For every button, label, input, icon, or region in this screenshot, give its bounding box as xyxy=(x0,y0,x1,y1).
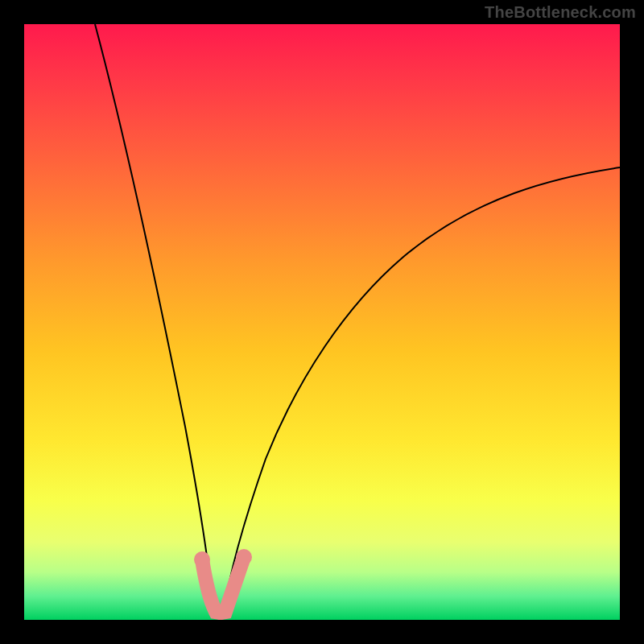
plot-area xyxy=(24,24,620,620)
watermark-text: TheBottleneck.com xyxy=(485,3,636,22)
curve-left xyxy=(95,24,214,617)
handle-left-stroke xyxy=(202,559,221,613)
curve-right xyxy=(223,167,620,617)
handle-right-dot xyxy=(236,549,252,565)
chart-frame: TheBottleneck.com xyxy=(0,0,644,644)
chart-svg xyxy=(24,24,620,620)
